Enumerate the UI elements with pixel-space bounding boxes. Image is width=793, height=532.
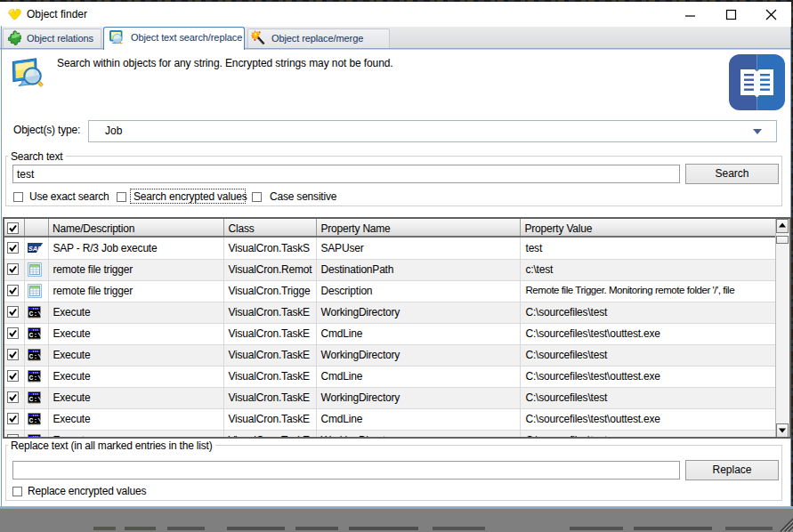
svg-text:C:\: C:\ <box>29 331 42 339</box>
svg-text:C:\: C:\ <box>29 352 42 360</box>
svg-text:C:\: C:\ <box>29 374 42 382</box>
svg-text:SAP: SAP <box>28 245 43 253</box>
svg-text:C:\: C:\ <box>29 310 42 318</box>
svg-text:C:\: C:\ <box>29 395 42 403</box>
svg-text:C:\: C:\ <box>29 438 42 439</box>
svg-text:C:\: C:\ <box>29 416 42 424</box>
